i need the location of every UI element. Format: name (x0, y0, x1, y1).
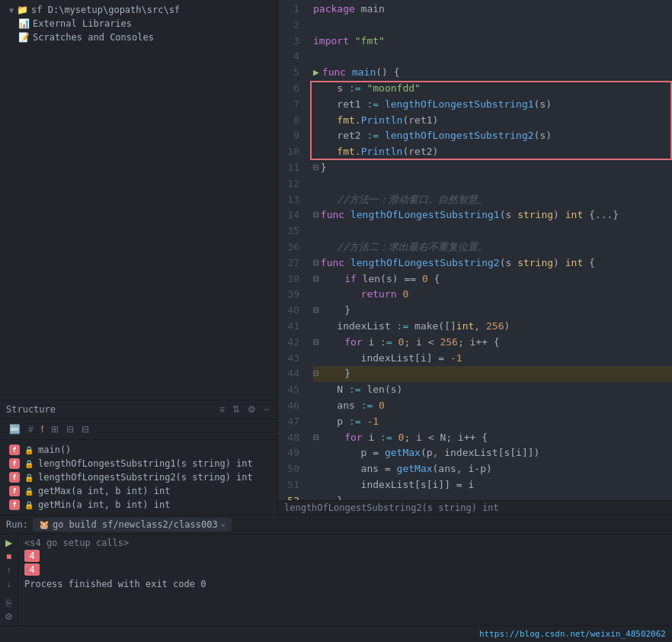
comment: //方法一：滑动窗口。自然智慧。 (337, 192, 488, 208)
fold-icon-44[interactable]: ⊟ (313, 366, 319, 382)
fold-icon-40[interactable]: ⊟ (313, 303, 319, 319)
plain (392, 335, 398, 351)
struct-item-ls1[interactable]: f 🔒 lengthOfLongestSubstring1(s string) … (0, 457, 277, 470)
code-line-41: indexList := make([]int, 256) (313, 319, 672, 335)
plain (313, 239, 337, 255)
code-line-7: ret1 := lengthOfLongestSubstring1(s) (313, 97, 672, 113)
keyword: for (344, 430, 362, 446)
status-bar: https://blog.csdn.net/weixin_48502062 (0, 625, 672, 642)
plain: main (355, 2, 385, 18)
fold-icon-37[interactable]: ⊟ (313, 255, 319, 271)
structure-align-left-btn[interactable]: ≡ (217, 403, 227, 416)
plain: ; i++ { (458, 335, 500, 351)
struct-item-main[interactable]: f 🔒 main() (0, 443, 277, 457)
code-line-6: s := "moonfdd" (313, 81, 672, 97)
structure-toolbar: ≡ ⇅ ⚙ − (217, 403, 271, 416)
plain: ans = (313, 461, 397, 477)
struct-item-getmin[interactable]: f 🔒 getMin(a int, b int) int (0, 498, 277, 512)
plain (392, 430, 398, 446)
plain (379, 97, 385, 113)
run-wrap-btn[interactable]: ⎘ (6, 598, 11, 608)
func-name: lengthOfLongestSubstring1 (350, 207, 500, 223)
plain (313, 144, 337, 160)
operator: := (366, 97, 379, 113)
run-stop-btn[interactable]: ■ (6, 551, 11, 562)
collapse-all-btn[interactable]: ⊟ (63, 422, 77, 436)
code-line-14: ⊟ func lengthOfLongestSubstring1(s strin… (313, 207, 672, 223)
struct-item-getmax[interactable]: f 🔒 getMax(a int, b int) int (0, 484, 277, 498)
tree-item-scratches[interactable]: 📝 Scratches and Consoles (0, 30, 277, 44)
fold-icon-48[interactable]: ⊟ (313, 430, 319, 446)
structure-header: Structure ≡ ⇅ ⚙ − (0, 400, 277, 419)
code-line-44: ⊟ } (313, 366, 672, 382)
plain: . (355, 144, 361, 160)
structure-panel: Structure ≡ ⇅ ⚙ − 🔤 # f ⊞ ⊟ ⊟ f 🔒 (0, 400, 277, 515)
plain: (ret1) (402, 113, 438, 129)
plain: ret2 (313, 128, 366, 144)
number: 0 (422, 271, 428, 287)
keyword: package (313, 2, 355, 18)
plain: p = (313, 445, 385, 461)
run-gutter-icon[interactable]: ▶ (313, 65, 319, 81)
code-content: 1 2 3 4 5 6 7 8 9 10 11 12 13 14 35 36 3… (278, 0, 672, 500)
func-call: Println (361, 113, 403, 129)
keyword: if (344, 271, 357, 287)
struct-badge-getmin: f (9, 499, 20, 510)
fold-icon-38[interactable]: ⊟ (313, 271, 319, 287)
expand-btn[interactable]: ⊞ (48, 422, 62, 436)
structure-minus-btn[interactable]: − (261, 403, 271, 416)
libs-icon: 📊 (18, 18, 30, 29)
sort-num-btn[interactable]: # (25, 422, 37, 436)
code-lines: package main import "fmt" ▶ func main() … (310, 0, 672, 500)
operator: := (397, 319, 409, 335)
code-line-1: package main (313, 2, 672, 18)
func-name: lengthOfLongestSubstring2 (350, 255, 500, 271)
struct-lock-getmax: 🔒 (24, 487, 34, 496)
number: 256 (440, 335, 457, 351)
plain (361, 414, 367, 430)
string: "moonfdd" (366, 81, 420, 97)
highlighted-block: s := "moonfdd" ret1 := lengthOfLongestSu… (313, 81, 672, 160)
operator: := (366, 128, 379, 144)
number: 0 (402, 287, 408, 303)
plain: ) (553, 207, 565, 223)
structure-align-right-btn[interactable]: ⇅ (230, 403, 242, 416)
code-line-11: ⊟ } (313, 160, 672, 176)
run-header: Run: 🐹 go build sf/newclass2/class003 ✕ (0, 515, 672, 534)
line-numbers: 1 2 3 4 5 6 7 8 9 10 11 12 13 14 35 36 3… (278, 0, 310, 500)
operator: := (349, 382, 361, 398)
func-call: Println (361, 144, 403, 160)
fold-icon-14[interactable]: ⊟ (313, 207, 319, 223)
run-tab-close[interactable]: ✕ (221, 521, 226, 529)
plain (321, 335, 344, 351)
plain: ) (504, 319, 510, 335)
number: 0 (398, 430, 405, 446)
tree-item-label-sf: sf D:\mysetup\gopath\src\sf (31, 5, 180, 15)
expand-all-btn[interactable]: ⊟ (78, 422, 92, 436)
sort-alpha-btn[interactable]: 🔤 (6, 422, 24, 436)
code-line-45: N := len(s) (313, 382, 672, 398)
fold-icon-11[interactable]: ⊟ (313, 160, 319, 176)
plain (349, 34, 355, 50)
run-content: ▶ ■ ↑ ↓ ⎘ ⚙ <s4 go setup calls> 4 4 Proc… (0, 534, 672, 625)
run-play-btn[interactable]: ▶ (5, 538, 12, 548)
run-scroll-up-btn[interactable]: ↑ (7, 565, 11, 576)
structure-settings-btn[interactable]: ⚙ (245, 403, 258, 416)
run-settings-btn[interactable]: ⚙ (5, 612, 13, 622)
code-line-49: p = getMax(p, indexList[s[i]]) (313, 445, 672, 461)
plain: (p, indexList[s[i]]) (421, 445, 540, 461)
run-scroll-down-btn[interactable]: ↓ (7, 579, 11, 589)
fold-icon-42[interactable]: ⊟ (313, 335, 319, 351)
tree-item-label-scratches: Scratches and Consoles (33, 32, 154, 43)
plain: p (313, 414, 349, 430)
plain: i (363, 430, 380, 446)
struct-lock-getmin: 🔒 (24, 501, 34, 509)
plain (344, 255, 350, 271)
func-filter-btn[interactable]: f (38, 422, 46, 436)
run-tab[interactable]: 🐹 go build sf/newclass2/class003 ✕ (33, 518, 232, 531)
tree-item-external-libs[interactable]: 📊 External Libraries (0, 17, 277, 30)
struct-item-ls2[interactable]: f 🔒 lengthOfLongestSubstring2(s string) … (0, 470, 277, 484)
tree-item-sf[interactable]: ▼ 📁 sf D:\mysetup\gopath\src\sf (0, 3, 277, 17)
structure-icon-toolbar: 🔤 # f ⊞ ⊟ ⊟ (0, 419, 277, 440)
plain (313, 287, 361, 303)
